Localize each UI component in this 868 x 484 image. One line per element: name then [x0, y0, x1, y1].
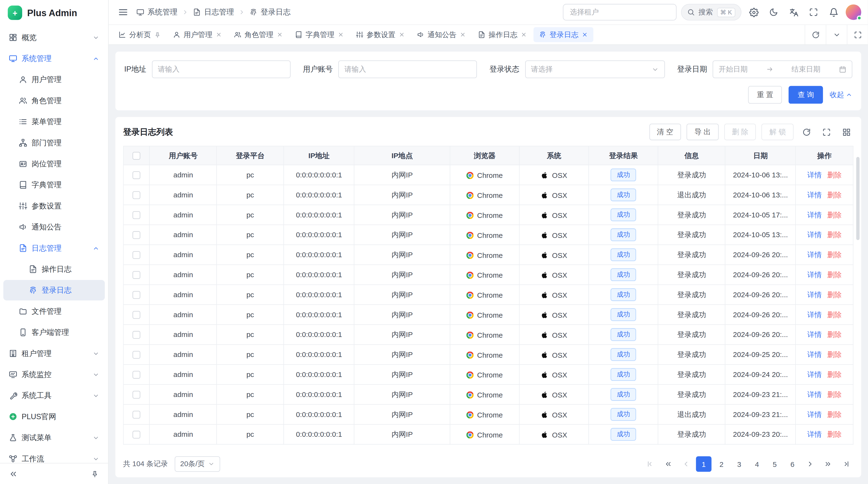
page-button-6[interactable]: 6 — [785, 456, 800, 472]
sidebar-item-10[interactable]: 日志管理 — [3, 238, 105, 258]
column-header-4[interactable]: 浏览器 — [450, 146, 519, 165]
sidebar-item-16[interactable]: 系统监控 — [3, 364, 105, 385]
toolbar-button-1[interactable]: 导 出 — [687, 124, 719, 140]
row-checkbox[interactable] — [133, 331, 140, 339]
detail-link[interactable]: 详情 — [807, 330, 822, 338]
close-tab-icon[interactable] — [399, 32, 405, 38]
row-checkbox[interactable] — [133, 291, 140, 299]
collapse-filters-link[interactable]: 收起 — [830, 90, 852, 100]
delete-link[interactable]: 删除 — [827, 350, 842, 358]
table-scrollbar[interactable] — [856, 157, 860, 240]
row-checkbox[interactable] — [133, 191, 140, 199]
column-header-1[interactable]: 登录平台 — [217, 146, 284, 165]
delete-link[interactable]: 删除 — [827, 410, 842, 418]
tab-6[interactable]: 操作日志 — [472, 27, 532, 42]
page-button-2[interactable]: 2 — [714, 456, 729, 472]
sidebar-item-7[interactable]: 字典管理 — [3, 175, 105, 195]
fullscreen-table-button[interactable] — [819, 125, 834, 139]
close-tab-icon[interactable] — [338, 32, 344, 38]
row-checkbox[interactable] — [133, 431, 140, 439]
reset-button[interactable]: 重 置 — [748, 86, 782, 104]
column-header-6[interactable]: 登录结果 — [589, 146, 658, 165]
page-button-5[interactable]: 5 — [767, 456, 782, 472]
menu-toggle-button[interactable] — [115, 4, 131, 20]
refresh-table-button[interactable] — [799, 125, 813, 139]
collapse-sidebar-button[interactable] — [5, 466, 21, 481]
sidebar-item-2[interactable]: 用户管理 — [3, 69, 105, 90]
prev-page-button[interactable] — [678, 456, 694, 472]
sidebar-item-20[interactable]: 工作流 — [3, 449, 105, 463]
close-tab-icon[interactable] — [216, 32, 222, 38]
delete-link[interactable]: 删除 — [827, 230, 842, 239]
page-button-1[interactable]: 1 — [696, 456, 712, 472]
detail-link[interactable]: 详情 — [807, 270, 822, 279]
delete-link[interactable]: 删除 — [827, 430, 842, 439]
close-tab-icon[interactable] — [582, 32, 588, 38]
fullscreen-icon[interactable] — [806, 4, 821, 20]
delete-link[interactable]: 删除 — [827, 190, 842, 199]
row-checkbox[interactable] — [133, 251, 140, 259]
row-checkbox[interactable] — [133, 231, 140, 239]
date-range-input[interactable]: 开始日期结束日期 — [712, 61, 852, 78]
dark-mode-icon[interactable] — [766, 4, 781, 20]
detail-link[interactable]: 详情 — [807, 310, 822, 319]
sidebar-item-18[interactable]: PLUS官网 — [3, 407, 105, 427]
sidebar-item-1[interactable]: 系统管理 — [3, 48, 105, 69]
close-tab-icon[interactable] — [460, 32, 466, 38]
delete-link[interactable]: 删除 — [827, 370, 842, 379]
pin-icon[interactable] — [154, 31, 161, 38]
delete-link[interactable]: 删除 — [827, 330, 842, 338]
filter-input[interactable]: 请输入 — [152, 61, 290, 78]
breadcrumb-item-1[interactable]: 日志管理 — [193, 7, 234, 17]
column-header-7[interactable]: 信息 — [658, 146, 725, 165]
row-checkbox[interactable] — [133, 171, 140, 179]
sidebar-item-4[interactable]: 菜单管理 — [3, 111, 105, 132]
sidebar-item-17[interactable]: 系统工具 — [3, 385, 105, 406]
sidebar-item-13[interactable]: 文件管理 — [3, 301, 105, 322]
breadcrumb-item-2[interactable]: 登录日志 — [250, 7, 290, 17]
delete-link[interactable]: 删除 — [827, 390, 842, 398]
delete-link[interactable]: 删除 — [827, 270, 842, 279]
sidebar-item-6[interactable]: 岗位管理 — [3, 154, 105, 174]
detail-link[interactable]: 详情 — [807, 390, 822, 398]
detail-link[interactable]: 详情 — [807, 190, 822, 199]
sidebar-item-19[interactable]: 测试菜单 — [3, 427, 105, 448]
row-checkbox[interactable] — [133, 391, 140, 399]
sidebar-item-12[interactable]: 登录日志 — [3, 280, 105, 300]
row-checkbox[interactable] — [133, 351, 140, 359]
column-header-5[interactable]: 系统 — [519, 146, 589, 165]
close-tab-icon[interactable] — [521, 32, 527, 38]
breadcrumb-item-0[interactable]: 系统管理 — [136, 7, 178, 17]
row-checkbox[interactable] — [133, 411, 140, 419]
row-checkbox[interactable] — [133, 371, 140, 379]
detail-link[interactable]: 详情 — [807, 430, 822, 439]
next-ten-button[interactable] — [820, 456, 836, 472]
delete-link[interactable]: 删除 — [827, 250, 842, 259]
refresh-page-button[interactable] — [805, 25, 826, 44]
tab-2[interactable]: 角色管理 — [228, 27, 288, 42]
tab-4[interactable]: 参数设置 — [350, 27, 410, 42]
toolbar-button-2[interactable]: 删 除 — [724, 124, 756, 140]
delete-link[interactable]: 删除 — [827, 290, 842, 299]
filter-input[interactable]: 请输入 — [338, 61, 477, 78]
column-header-3[interactable]: IP地点 — [354, 146, 450, 165]
delete-link[interactable]: 删除 — [827, 170, 842, 179]
bell-icon[interactable] — [826, 4, 841, 20]
close-tab-icon[interactable] — [277, 32, 283, 38]
detail-link[interactable]: 详情 — [807, 250, 822, 259]
detail-link[interactable]: 详情 — [807, 370, 822, 379]
sidebar-item-9[interactable]: 通知公告 — [3, 217, 105, 237]
row-checkbox[interactable] — [133, 212, 140, 219]
column-settings-button[interactable] — [839, 125, 854, 139]
pin-sidebar-button[interactable] — [87, 466, 102, 481]
tabs-menu-button[interactable] — [826, 25, 847, 44]
tab-1[interactable]: 用户管理 — [167, 27, 227, 42]
detail-link[interactable]: 详情 — [807, 211, 822, 219]
column-header-0[interactable]: 用户账号 — [150, 146, 217, 165]
last-page-button[interactable] — [838, 456, 853, 472]
sidebar-item-3[interactable]: 角色管理 — [3, 90, 105, 111]
settings-icon[interactable] — [746, 4, 762, 20]
toolbar-button-3[interactable]: 解 锁 — [762, 124, 794, 140]
tab-7[interactable]: 登录日志 — [534, 27, 593, 42]
next-page-button[interactable] — [802, 456, 818, 472]
